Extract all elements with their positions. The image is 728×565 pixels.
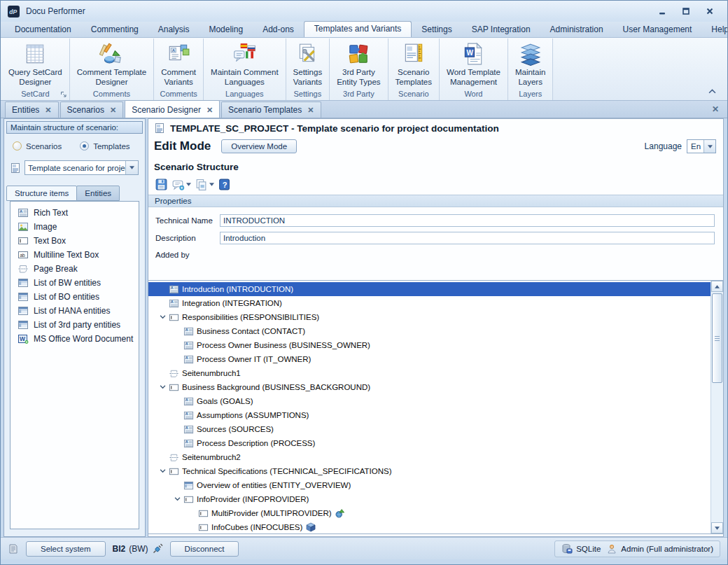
palette-item-image[interactable]: Image: [12, 220, 137, 234]
select-system-button[interactable]: Select system: [26, 541, 106, 557]
help-button[interactable]: ?: [217, 177, 232, 192]
menu-item-analysis[interactable]: Analysis: [148, 22, 200, 37]
menu-item-settings[interactable]: Settings: [412, 22, 461, 37]
sidebar-tab-entities[interactable]: Entities: [76, 186, 120, 201]
word-doc-icon: W: [18, 333, 29, 344]
tab-close-icon[interactable]: ✕: [45, 106, 51, 114]
ribbon-button-maintain-layers[interactable]: Maintain Layers: [508, 39, 552, 89]
tree-item-goals-goals[interactable]: AGoals (GOALS): [148, 394, 711, 408]
save-button[interactable]: [154, 177, 169, 192]
menu-item-modeling[interactable]: Modeling: [199, 22, 253, 37]
tab-close-icon[interactable]: ✕: [110, 106, 116, 114]
radio-scenarios[interactable]: Scenarios: [13, 141, 62, 151]
palette-item-list-of-bw-entities[interactable]: List of BW entities: [12, 276, 137, 290]
technical-name-input[interactable]: [220, 214, 715, 227]
tree-item-process-owner-business-business-owner[interactable]: AProcess Owner Business (BUSINESS_OWNER): [148, 338, 711, 352]
language-select[interactable]: En: [687, 139, 716, 153]
chevron-down-icon[interactable]: [157, 315, 169, 319]
chevron-down-icon[interactable]: [125, 161, 138, 174]
scroll-down-icon[interactable]: [711, 522, 723, 533]
ribbon-button-comment-variants[interactable]: AComment Variants: [154, 39, 203, 89]
copy-button[interactable]: [194, 177, 215, 192]
ribbon-collapse-icon[interactable]: [708, 88, 716, 94]
ribbon-button-maintain-comment-languages[interactable]: Maintain Comment Languages: [204, 39, 286, 89]
tree-item-sources-sources[interactable]: ASources (SOURCES): [148, 422, 711, 436]
scroll-up-icon[interactable]: [711, 281, 723, 292]
chevron-down-icon[interactable]: [209, 183, 214, 186]
tab-scenarios[interactable]: Scenarios✕: [60, 102, 124, 118]
image-icon: [18, 221, 29, 232]
chevron-down-icon[interactable]: [157, 385, 169, 389]
palette-item-multiline-text-box[interactable]: abMultiline Text Box: [12, 248, 137, 262]
menu-item-templates-and-variants[interactable]: Templates and Variants: [304, 21, 412, 37]
radio-circle-icon[interactable]: [80, 141, 89, 151]
tree-item-technical-specifications-technical-specifications[interactable]: Technical Specifications (TECHNICAL_SPEC…: [148, 464, 711, 478]
palette-item-rich-text[interactable]: ARich Text: [12, 206, 137, 220]
tree-item-infocubes-infocubes[interactable]: InfoCubes (INFOCUBES): [148, 520, 711, 534]
palette-item-page-break[interactable]: Page Break: [12, 262, 137, 276]
overview-mode-button[interactable]: Overview Mode: [221, 139, 297, 153]
palette-item-list-of-hana-entities[interactable]: List of HANA entities: [12, 304, 137, 318]
radio-templates[interactable]: Templates: [80, 141, 130, 151]
tree-item-process-owner-it-it-owner[interactable]: AProcess Owner IT (IT_OWNER): [148, 352, 711, 366]
palette-item-text-box[interactable]: Text Box: [12, 234, 137, 248]
sidebar-tab-structure-items[interactable]: Structure items: [6, 186, 77, 201]
tab-scenario-designer[interactable]: Scenario Designer✕: [125, 100, 220, 118]
tree-item-process-description-process[interactable]: AProcess Description (PROCESS): [148, 436, 711, 450]
tree-item-seitenumbruch2[interactable]: Seitenumbruch2: [148, 450, 711, 464]
menu-item-administration[interactable]: Administration: [540, 22, 613, 37]
palette-item-ms-office-word-document[interactable]: WMS Office Word Document: [12, 332, 137, 346]
chevron-down-icon[interactable]: [186, 183, 191, 186]
ribbon-button-3rd-party-entity-types[interactable]: 3rd Party Entity Types: [330, 39, 387, 89]
menu-item-add-ons[interactable]: Add-ons: [253, 22, 304, 37]
menu-item-documentation[interactable]: Documentation: [5, 22, 81, 37]
add-comment-button[interactable]: [171, 177, 192, 192]
scenario-select-value: Template scenario for projec: [25, 164, 125, 172]
tree-item-infoprovider-infoprovider[interactable]: InfoProvider (INFOPROVIDER): [148, 492, 711, 506]
tree-item-integration-integration[interactable]: AIntegration (INTEGRATION): [148, 296, 711, 310]
ribbon-button-settings-variants[interactable]: Settings Variants: [286, 39, 330, 89]
menu-item-help[interactable]: Help: [701, 22, 728, 37]
ribbon-button-scenario-templates[interactable]: Scenario Templates: [388, 39, 439, 89]
palette-item-list-of-3rd-party-entities[interactable]: List of 3rd party entities: [12, 318, 137, 332]
vertical-scrollbar[interactable]: [710, 281, 723, 533]
rich-text-icon: A: [183, 340, 194, 351]
tree-item-responsibilities-responsibilities[interactable]: Responsibilities (RESPONSIBILITIES): [148, 310, 711, 324]
document-icon: [154, 123, 165, 134]
ribbon-button-word-template-management[interactable]: WWord Template Management: [440, 39, 507, 89]
radio-templates-label: Templates: [93, 142, 130, 151]
chevron-down-icon[interactable]: [172, 497, 183, 501]
tree-item-introduction-introduction[interactable]: AIntroduction (INTRODUCTION): [148, 282, 711, 296]
svg-text:A: A: [20, 209, 23, 214]
ribbon-button-query-setcard-designer[interactable]: Query SetCard Designer: [1, 39, 69, 89]
tree-item-business-contact-contact[interactable]: ABusiness Contact (CONTACT): [148, 324, 711, 338]
tree-item-assumptions-assumptions[interactable]: AAssumptions (ASSUMPTIONS): [148, 408, 711, 422]
ribbon-button-label: Query SetCard Designer: [8, 68, 62, 87]
chevron-down-icon[interactable]: [157, 469, 169, 473]
menu-item-user-management[interactable]: User Management: [613, 22, 702, 37]
ribbon-button-comment-template-designer[interactable]: Comment Template Designer: [70, 39, 154, 89]
chevron-down-icon[interactable]: [704, 140, 715, 153]
description-input[interactable]: [220, 232, 715, 244]
tabstrip-close-icon[interactable]: ✕: [712, 104, 719, 114]
scrollbar-thumb[interactable]: [712, 293, 722, 383]
tree-item-seitenumbruch1[interactable]: Seitenumbruch1: [148, 366, 711, 380]
tab-entities[interactable]: Entities✕: [5, 102, 59, 118]
close-icon[interactable]: [705, 7, 715, 16]
palette-item-list-of-bo-entities[interactable]: List of BO entities: [12, 290, 137, 304]
tree-item-overview-of-entities-entity-overview[interactable]: Overview of entities (ENTITY_OVERVIEW): [148, 478, 711, 492]
tab-scenario-templates[interactable]: Scenario Templates✕: [221, 102, 321, 118]
menu-item-sap-integration[interactable]: SAP Integration: [462, 22, 540, 37]
tab-close-icon[interactable]: ✕: [307, 106, 314, 114]
radio-circle-icon[interactable]: [13, 141, 22, 151]
dialog-launcher-icon[interactable]: [60, 91, 67, 98]
scenario-select[interactable]: Template scenario for projec: [24, 160, 139, 175]
maximize-icon[interactable]: [681, 7, 691, 16]
tree-item-business-background-business-background[interactable]: Business Background (BUSINESS_BACKGROUND…: [148, 380, 711, 394]
minimize-icon[interactable]: [657, 7, 667, 16]
tab-close-icon[interactable]: ✕: [206, 106, 213, 114]
tree-item-multiprovider-multiprovider[interactable]: MultiProvider (MULTIPROVIDER): [148, 506, 711, 520]
disconnect-button[interactable]: Disconnect: [170, 541, 239, 557]
menu-item-commenting[interactable]: Commenting: [81, 22, 148, 37]
palette-item-label: MS Office Word Document: [34, 334, 133, 344]
